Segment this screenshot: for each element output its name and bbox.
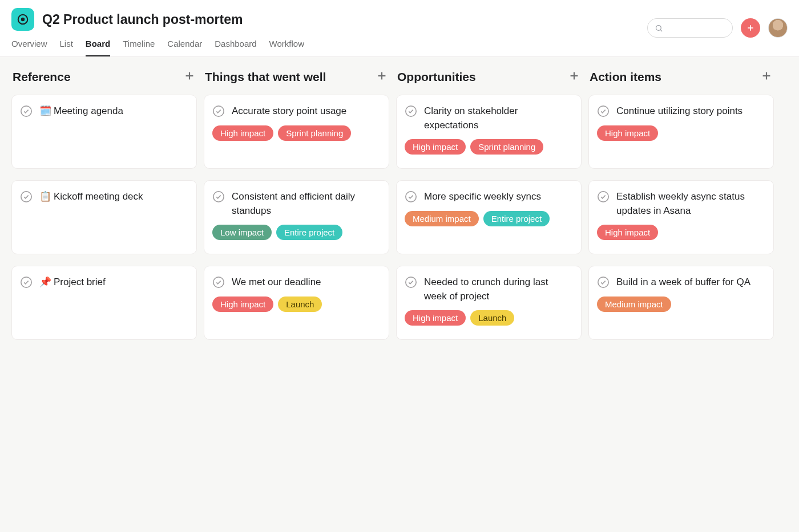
card-row: We met our deadline <box>212 275 380 290</box>
tag[interactable]: High impact <box>212 297 273 312</box>
column-add-button[interactable] <box>183 70 196 84</box>
search-input[interactable] <box>647 18 733 38</box>
complete-checkbox[interactable] <box>597 276 610 289</box>
column-header: Opportunities <box>396 70 582 84</box>
tag[interactable]: High impact <box>597 225 658 240</box>
target-icon <box>17 13 29 26</box>
task-card[interactable]: 🗓️Meeting agenda <box>11 95 197 169</box>
task-card[interactable]: Continue utilizing story pointsHigh impa… <box>588 95 774 169</box>
tag[interactable]: Low impact <box>212 225 272 240</box>
tags: High impactSprint planning <box>212 125 380 141</box>
task-card[interactable]: Establish weekly async status updates in… <box>588 180 774 254</box>
complete-checkbox[interactable] <box>20 105 33 117</box>
tag[interactable]: High impact <box>405 310 466 326</box>
complete-checkbox[interactable] <box>20 276 33 289</box>
complete-checkbox[interactable] <box>212 276 225 289</box>
card-emoji: 📌 <box>39 277 51 287</box>
column-went-well: Things that went wellAccurate story poin… <box>204 70 389 523</box>
task-card[interactable]: We met our deadlineHigh impactLaunch <box>204 266 389 340</box>
complete-checkbox[interactable] <box>212 190 225 203</box>
svg-point-1 <box>21 18 25 21</box>
svg-point-23 <box>598 106 608 116</box>
column-title: Things that went well <box>205 70 326 84</box>
task-card[interactable]: Build in a week of buffer for QAMedium i… <box>588 266 774 340</box>
title-row: Q2 Product launch post-mortem <box>11 8 304 31</box>
card-row: Clarity on stakeholder expectations <box>405 104 572 132</box>
check-circle-icon <box>405 190 417 203</box>
svg-point-9 <box>21 192 31 202</box>
tag[interactable]: Sprint planning <box>470 139 543 155</box>
complete-checkbox[interactable] <box>405 190 417 203</box>
tab-timeline[interactable]: Timeline <box>123 39 155 56</box>
svg-point-13 <box>213 106 224 116</box>
cards-container: Continue utilizing story pointsHigh impa… <box>588 95 774 340</box>
card-row: Accurate story point usage <box>212 104 380 119</box>
column-add-button[interactable] <box>568 70 580 84</box>
svg-point-20 <box>406 277 416 287</box>
svg-point-10 <box>21 277 31 287</box>
complete-checkbox[interactable] <box>405 276 417 289</box>
task-card[interactable]: More specific weekly syncsMedium impactE… <box>396 180 582 254</box>
column-header: Things that went well <box>204 70 389 84</box>
check-circle-icon <box>212 190 225 203</box>
tag[interactable]: Sprint planning <box>278 125 351 141</box>
project-icon[interactable] <box>11 8 34 31</box>
tag[interactable]: Launch <box>278 297 322 312</box>
global-add-button[interactable] <box>741 18 760 38</box>
header-right <box>647 8 788 38</box>
card-title: Establish weekly async status updates in… <box>616 190 764 218</box>
column-opportunities: OpportunitiesClarity on stakeholder expe… <box>396 70 582 523</box>
complete-checkbox[interactable] <box>20 190 33 203</box>
svg-point-25 <box>598 277 608 287</box>
column-add-button[interactable] <box>760 70 773 84</box>
tag[interactable]: Launch <box>470 310 514 326</box>
tag[interactable]: High impact <box>597 125 658 141</box>
check-circle-icon <box>597 276 610 289</box>
column-add-button[interactable] <box>376 70 388 84</box>
complete-checkbox[interactable] <box>597 190 610 203</box>
header: Q2 Product launch post-mortem OverviewLi… <box>0 0 799 56</box>
tag[interactable]: Entire project <box>276 225 342 240</box>
complete-checkbox[interactable] <box>405 105 417 117</box>
card-title: Build in a week of buffer for QA <box>616 275 750 290</box>
card-title: Consistent and efficient daily standups <box>232 190 380 218</box>
check-circle-icon <box>597 105 610 117</box>
task-card[interactable]: Consistent and efficient daily standupsL… <box>204 180 389 254</box>
card-row: 🗓️Meeting agenda <box>20 104 187 119</box>
tag[interactable]: High impact <box>405 139 466 155</box>
tag[interactable]: High impact <box>212 125 273 141</box>
plus-icon <box>760 70 773 82</box>
tab-board[interactable]: Board <box>86 39 110 56</box>
plus-icon <box>183 70 196 82</box>
check-circle-icon <box>405 105 417 117</box>
column-header: Action items <box>588 70 774 84</box>
tab-calendar[interactable]: Calendar <box>167 39 202 56</box>
task-card[interactable]: 📋Kickoff meeting deck <box>11 180 197 254</box>
tag[interactable]: Entire project <box>483 211 550 226</box>
tag[interactable]: Medium impact <box>597 297 671 312</box>
check-circle-icon <box>212 105 225 117</box>
task-card[interactable]: Clarity on stakeholder expectationsHigh … <box>396 95 582 169</box>
complete-checkbox[interactable] <box>212 105 225 117</box>
card-title: We met our deadline <box>232 275 321 290</box>
tag[interactable]: Medium impact <box>405 211 479 226</box>
plus-icon <box>746 23 755 33</box>
tab-list[interactable]: List <box>60 39 73 56</box>
svg-point-24 <box>598 192 608 202</box>
tab-dashboard[interactable]: Dashboard <box>215 39 256 56</box>
tab-overview[interactable]: Overview <box>11 39 47 56</box>
card-row: Build in a week of buffer for QA <box>597 275 764 290</box>
card-row: Establish weekly async status updates in… <box>597 190 764 218</box>
card-row: Consistent and efficient daily standups <box>212 190 380 218</box>
card-title: 📌Project brief <box>39 275 106 290</box>
complete-checkbox[interactable] <box>597 105 610 117</box>
column-header: Reference <box>11 70 197 84</box>
task-card[interactable]: Needed to crunch during last week of pro… <box>396 266 582 340</box>
task-card[interactable]: 📌Project brief <box>11 266 197 340</box>
card-title: Clarity on stakeholder expectations <box>424 104 572 132</box>
avatar[interactable] <box>768 18 788 38</box>
tab-workflow[interactable]: Workflow <box>269 39 304 56</box>
column-action-items: Action itemsContinue utilizing story poi… <box>588 70 774 523</box>
tabs: OverviewListBoardTimelineCalendarDashboa… <box>11 39 304 56</box>
task-card[interactable]: Accurate story point usageHigh impactSpr… <box>204 95 389 169</box>
